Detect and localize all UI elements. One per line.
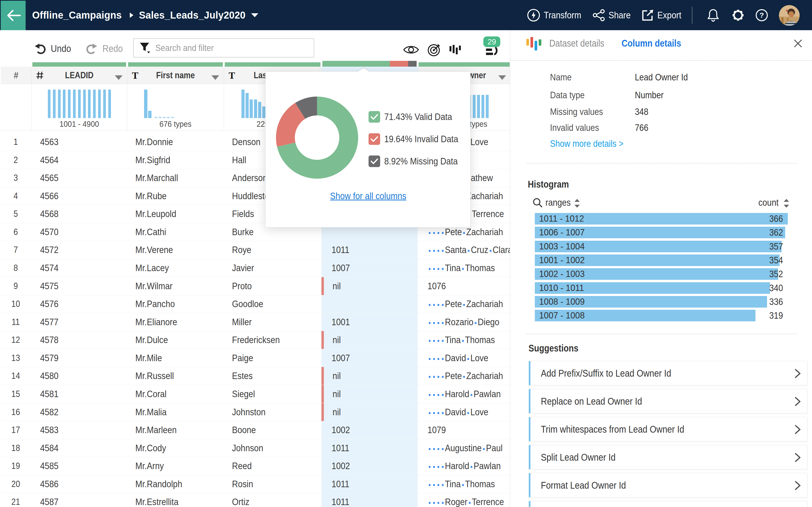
cell-leadid[interactable]: 4587 xyxy=(40,493,58,507)
tab-column-details[interactable]: Column details xyxy=(621,28,681,58)
histogram-row[interactable]: 1007 - 1008319 xyxy=(535,310,788,321)
cell-last-name[interactable]: Johnson xyxy=(232,439,263,457)
cell-leadid[interactable]: 4572 xyxy=(40,241,58,259)
cell-leadid[interactable]: 4584 xyxy=(40,439,58,457)
cell-leadid[interactable]: 4570 xyxy=(40,223,58,241)
column-header-leadid[interactable]: LEADID xyxy=(32,67,127,84)
cell-last-name[interactable]: Burke xyxy=(232,223,254,241)
cell-first-name[interactable]: Mr.Pancho xyxy=(135,295,175,313)
cell-lead-owner-id[interactable]: 1011 xyxy=(332,493,349,507)
cell-first-name[interactable]: Mr.Cathi xyxy=(135,223,166,241)
cell-last-name[interactable]: Siegel xyxy=(232,385,255,403)
cell-first-name[interactable]: Mr.Marleen xyxy=(135,421,176,439)
breadcrumb-dataset[interactable]: Sales_Leads_July2020 xyxy=(139,0,246,30)
cell-first-name[interactable]: Mr.Dulce xyxy=(135,331,168,349)
cell-last-name[interactable]: Hall xyxy=(232,151,246,169)
cell-lead-owner[interactable]: DavidLove xyxy=(427,349,489,367)
histogram-row[interactable]: 1001 - 1002354 xyxy=(535,255,788,266)
transform-button[interactable]: Transform xyxy=(527,0,586,30)
column-menu-caret-icon[interactable] xyxy=(498,75,506,80)
cell-last-name[interactable]: Boone xyxy=(232,421,256,439)
cell-first-name[interactable]: Mr.Rube xyxy=(135,187,166,205)
histogram-row[interactable]: 1008 - 1009336 xyxy=(535,296,788,307)
back-button[interactable] xyxy=(1,1,26,30)
column-header-first[interactable]: TFirst name xyxy=(127,67,224,84)
histogram-row[interactable]: 1003 - 1004357 xyxy=(535,241,788,252)
cell-last-name[interactable]: Anderson xyxy=(232,169,267,187)
ranges-sort-label[interactable]: ranges xyxy=(546,198,571,208)
cell-leadid[interactable]: 4576 xyxy=(40,295,58,313)
cell-last-name[interactable]: Miller xyxy=(232,313,252,331)
cell-lead-owner[interactable]: TinaThomas xyxy=(427,259,495,277)
cell-leadid[interactable]: 4579 xyxy=(40,349,58,367)
cell-lead-owner-id[interactable]: 1001 xyxy=(332,313,350,331)
export-button[interactable]: Export xyxy=(641,0,684,30)
cell-last-name[interactable]: Johnston xyxy=(232,403,266,421)
column-menu-caret-icon[interactable] xyxy=(211,75,219,80)
dataset-menu-caret-icon[interactable] xyxy=(250,0,259,30)
cell-leadid[interactable]: 4574 xyxy=(40,259,58,277)
cell-last-name[interactable]: Denson xyxy=(232,133,260,151)
help-button[interactable]: ? xyxy=(755,0,768,30)
histogram-row[interactable]: 1006 - 1007362 xyxy=(535,227,788,238)
tab-dataset-details[interactable]: Dataset details xyxy=(549,28,604,58)
cell-first-name[interactable]: Mr.Marchall xyxy=(135,169,178,187)
cell-lead-owner[interactable]: DavidLove xyxy=(427,403,489,421)
cell-lead-owner[interactable]: 1079 xyxy=(427,421,446,439)
cell-lead-owner[interactable]: TinaThomas xyxy=(427,331,495,349)
cell-first-name[interactable]: Mr.Arny xyxy=(135,457,164,475)
show-all-columns-link[interactable]: Show for all columns xyxy=(276,191,460,201)
cell-lead-owner-id[interactable]: 1007 xyxy=(332,259,350,277)
suggestion-card[interactable]: Trim whitespaces from Lead Owner Id xyxy=(529,417,807,441)
cell-last-name[interactable]: Roye xyxy=(232,241,251,259)
quality-bar-owner[interactable] xyxy=(418,62,510,67)
cell-last-name[interactable]: Fredericksen xyxy=(232,331,280,349)
cell-leadid[interactable]: 4581 xyxy=(40,385,58,403)
cell-leadid[interactable]: 4586 xyxy=(40,475,58,493)
cell-lead-owner-id[interactable]: nil xyxy=(333,403,341,421)
cell-lead-owner-id[interactable]: 1011 xyxy=(332,241,349,259)
cell-first-name[interactable]: Mr.Russell xyxy=(135,367,174,385)
redo-button[interactable]: Redo xyxy=(85,33,126,65)
cell-last-name[interactable]: Rosin xyxy=(232,475,253,493)
cell-last-name[interactable]: Estes xyxy=(232,367,253,385)
quality-bar-first[interactable] xyxy=(128,62,223,67)
suggestion-card[interactable] xyxy=(529,501,807,507)
cell-lead-owner[interactable]: 1076 xyxy=(427,277,446,295)
notifications-button[interactable] xyxy=(707,0,719,30)
histogram-row[interactable]: 1002 - 1003352 xyxy=(535,268,788,280)
suggestion-card[interactable]: Add Prefix/Suffix to Lead Owner Id xyxy=(529,361,807,385)
cell-lead-owner[interactable]: PeteZachariah xyxy=(427,367,503,385)
cell-leadid[interactable]: 4580 xyxy=(40,367,58,385)
count-sort-icon[interactable] xyxy=(783,199,790,208)
cell-leadid[interactable]: 4563 xyxy=(40,133,58,151)
column-menu-caret-icon[interactable] xyxy=(115,75,122,80)
close-icon[interactable] xyxy=(794,39,803,48)
cell-lead-owner[interactable]: TinaThomas xyxy=(427,475,495,493)
cell-first-name[interactable]: Mr.Leupold xyxy=(135,205,176,223)
target-button[interactable] xyxy=(427,34,441,66)
cell-lead-owner-id[interactable]: nil xyxy=(333,277,341,295)
cell-leadid[interactable]: 4583 xyxy=(40,421,58,439)
cell-leadid[interactable]: 4585 xyxy=(40,457,58,475)
invalid-checkbox[interactable] xyxy=(368,133,380,145)
search-filter-box[interactable] xyxy=(133,38,314,57)
cell-first-name[interactable]: Mr.Coral xyxy=(135,385,166,403)
cell-leadid[interactable]: 4582 xyxy=(40,403,58,421)
cell-lead-owner-id[interactable]: 1002 xyxy=(332,421,350,439)
cell-first-name[interactable]: Mr.Verene xyxy=(135,241,173,259)
cell-lead-owner-id[interactable]: nil xyxy=(333,385,341,403)
cell-leadid[interactable]: 4578 xyxy=(40,331,58,349)
settings-button[interactable] xyxy=(731,0,745,30)
histogram-row[interactable]: 1011 - 1012366 xyxy=(535,213,788,225)
show-more-details-link[interactable]: Show more details > xyxy=(550,138,623,149)
search-ranges-icon[interactable] xyxy=(532,198,543,208)
avatar[interactable] xyxy=(779,5,800,26)
cell-lead-owner-id[interactable]: 1002 xyxy=(332,457,350,475)
cell-last-name[interactable]: Goodloe xyxy=(232,295,263,313)
histogram-view-button[interactable] xyxy=(450,34,461,66)
search-input[interactable] xyxy=(155,43,293,53)
cell-first-name[interactable]: Mr.Elianore xyxy=(135,313,177,331)
cell-leadid[interactable]: 4568 xyxy=(40,205,58,223)
valid-checkbox[interactable] xyxy=(368,111,380,123)
